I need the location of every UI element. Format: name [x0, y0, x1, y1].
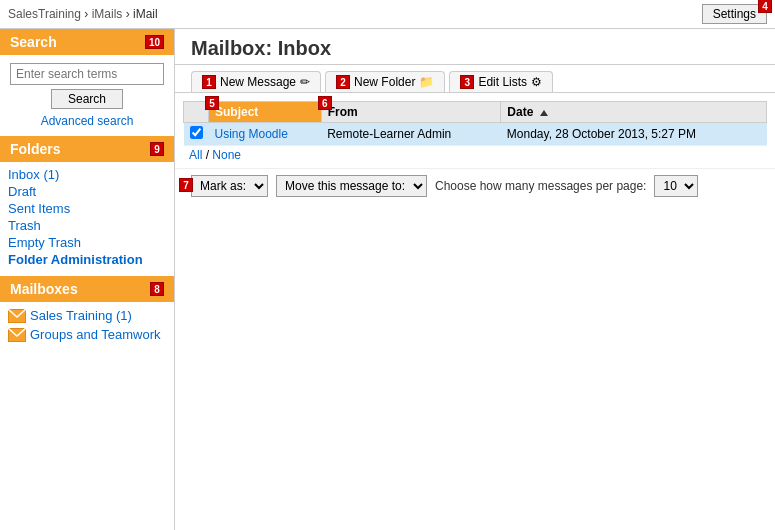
from-badge: 6: [318, 96, 332, 110]
edit-lists-label: Edit Lists: [478, 75, 527, 89]
mailboxes-title: Mailboxes: [10, 281, 78, 297]
new-message-tab[interactable]: 1 New Message ✏: [191, 71, 321, 92]
folder-administration-link[interactable]: Folder Administration: [8, 251, 166, 268]
settings-label: Settings: [713, 7, 756, 21]
main-layout: Search 10 Search Advanced search Folders…: [0, 29, 775, 530]
mailbox-sales-link[interactable]: Sales Training (1): [30, 308, 132, 323]
sort-arrow-icon: [540, 110, 548, 116]
search-button[interactable]: Search: [51, 89, 123, 109]
search-title: Search: [10, 34, 57, 50]
mailbox-icon-groups: [8, 328, 26, 342]
col-subject[interactable]: 5 Subject: [209, 102, 322, 123]
row-from-cell: Remote-Learner Admin: [321, 123, 501, 146]
new-message-label: New Message: [220, 75, 296, 89]
search-section: Search 10 Search Advanced search: [0, 29, 174, 136]
message-subject-link[interactable]: Using Moodle: [215, 127, 288, 141]
advanced-search-link[interactable]: Advanced search: [10, 114, 164, 128]
mark-as-badge: 7: [179, 178, 193, 192]
move-to-select[interactable]: Move this message to: Inbox Draft Sent I…: [276, 175, 427, 197]
folder-icon: 📁: [419, 75, 434, 89]
folder-links: Inbox (1) Draft Sent Items Trash Empty T…: [0, 162, 174, 276]
mailbox-list: Sales Training (1) Groups and Teamwork: [0, 302, 174, 352]
message-table: 5 Subject 6 From Date: [183, 101, 767, 146]
mailboxes-section: Mailboxes 8 Sales Training (1): [0, 276, 174, 352]
row-subject-cell: Using Moodle: [209, 123, 322, 146]
tab-bar: 1 New Message ✏ 2 New Folder 📁 3 Edit Li…: [175, 65, 775, 93]
mark-as-select[interactable]: Mark as: Read Unread: [191, 175, 268, 197]
breadcrumb: SalesTraining › iMails › iMail Settings …: [0, 0, 775, 29]
table-row: Using Moodle Remote-Learner Admin Monday…: [184, 123, 767, 146]
tab-num-3: 3: [460, 75, 474, 89]
folders-badge: 9: [150, 142, 164, 156]
folder-draft[interactable]: Draft: [8, 183, 166, 200]
sidebar: Search 10 Search Advanced search Folders…: [0, 29, 175, 530]
new-folder-tab[interactable]: 2 New Folder 📁: [325, 71, 445, 92]
empty-trash-link[interactable]: Empty Trash: [8, 234, 166, 251]
footer-bar: 7 Mark as: Read Unread Move this message…: [175, 168, 775, 203]
breadcrumb-imails[interactable]: iMails: [92, 7, 123, 21]
subject-badge: 5: [205, 96, 219, 110]
mailboxes-badge: 8: [150, 282, 164, 296]
select-all-link[interactable]: All: [189, 148, 202, 162]
search-header: Search 10: [0, 29, 174, 55]
row-date-cell: Monday, 28 October 2013, 5:27 PM: [501, 123, 767, 146]
folders-header: Folders 9: [0, 136, 174, 162]
all-none-bar: All / None: [183, 146, 767, 164]
per-page-label: Choose how many messages per page:: [435, 179, 646, 193]
tab-num-1: 1: [202, 75, 216, 89]
mailboxes-header: Mailboxes 8: [0, 276, 174, 302]
pencil-icon: ✏: [300, 75, 310, 89]
mailbox-item-groups: Groups and Teamwork: [8, 327, 166, 342]
search-input[interactable]: [10, 63, 164, 85]
per-page-select[interactable]: 10 25 50: [654, 175, 698, 197]
edit-lists-tab[interactable]: 3 Edit Lists ⚙: [449, 71, 553, 92]
breadcrumb-current: iMail: [133, 7, 158, 21]
folders-section: Folders 9 Inbox (1) Draft Sent Items Tra…: [0, 136, 174, 276]
content-header: Mailbox: Inbox: [175, 29, 775, 65]
breadcrumb-salestraining[interactable]: SalesTraining: [8, 7, 81, 21]
select-none-link[interactable]: None: [212, 148, 241, 162]
folder-sent[interactable]: Sent Items: [8, 200, 166, 217]
breadcrumb-text: SalesTraining › iMails › iMail: [8, 7, 158, 21]
col-date[interactable]: Date: [501, 102, 767, 123]
new-folder-label: New Folder: [354, 75, 415, 89]
search-box-container: Search Advanced search: [0, 55, 174, 136]
col-from[interactable]: 6 From: [321, 102, 501, 123]
tab-num-2: 2: [336, 75, 350, 89]
search-badge: 10: [145, 35, 164, 49]
mailbox-item-sales: Sales Training (1): [8, 308, 166, 323]
folders-title: Folders: [10, 141, 61, 157]
folder-trash[interactable]: Trash: [8, 217, 166, 234]
page-title: Mailbox: Inbox: [191, 37, 759, 60]
content-area: Mailbox: Inbox 1 New Message ✏ 2 New Fol…: [175, 29, 775, 530]
mailbox-icon-sales: [8, 309, 26, 323]
settings-badge: 4: [758, 0, 772, 13]
row-checkbox[interactable]: [190, 126, 203, 139]
folder-inbox[interactable]: Inbox (1): [8, 166, 166, 183]
table-container: 5 Subject 6 From Date: [175, 93, 775, 168]
row-checkbox-cell: [184, 123, 209, 146]
settings-button[interactable]: Settings 4: [702, 4, 767, 24]
gear-icon: ⚙: [531, 75, 542, 89]
mailbox-groups-link[interactable]: Groups and Teamwork: [30, 327, 161, 342]
